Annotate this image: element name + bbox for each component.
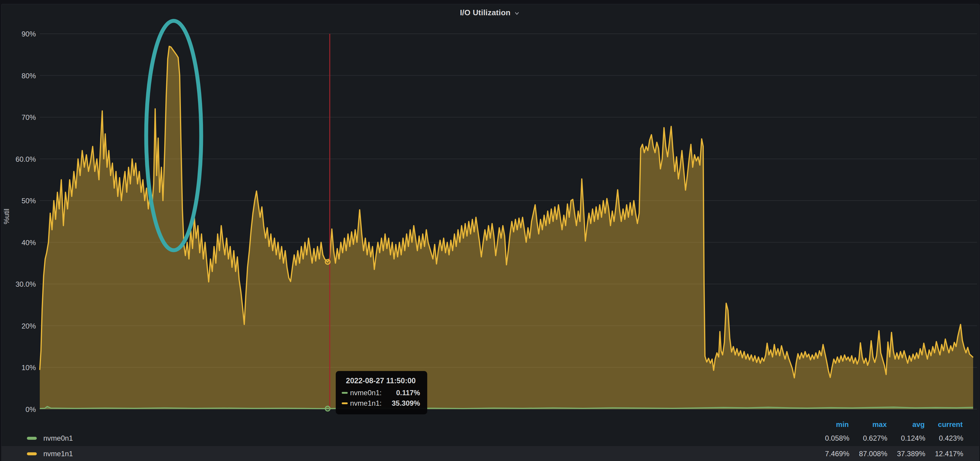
y-axis-tick-label: 60.0% xyxy=(16,155,36,163)
stat-min: 0.058% xyxy=(811,434,850,442)
stat-current: 12.417% xyxy=(925,450,963,458)
legend-row-nvme0n1[interactable]: nvme0n1 0.058% 0.627% 0.124% 0.423% xyxy=(1,431,979,446)
stat-current: 0.423% xyxy=(925,434,963,442)
legend-header-min[interactable]: min xyxy=(811,419,849,430)
tooltip-timestamp: 2022-08-27 11:50:00 xyxy=(346,377,420,385)
time-series-plot[interactable]: 90%80%70%60.0%50%40%30.0%20%10%0%%util xyxy=(0,0,980,461)
y-axis-tick-label: 40% xyxy=(22,238,36,246)
legend-header-current[interactable]: current xyxy=(925,419,963,430)
tooltip-series-name: nvme1n1: xyxy=(350,399,382,407)
legend-stat-headers: min max avg current xyxy=(811,419,963,430)
y-axis-tick-label: 10% xyxy=(22,364,36,372)
series-color-swatch xyxy=(27,437,37,440)
legend-row-nvme1n1[interactable]: nvme1n1 7.469% 87.008% 37.389% 12.417% xyxy=(1,446,979,461)
legend-header-avg[interactable]: avg xyxy=(887,419,925,430)
hover-marker-nvme0n1 xyxy=(325,406,330,411)
stat-max: 87.008% xyxy=(850,450,887,458)
tooltip-series-value: 35.309% xyxy=(391,399,420,407)
y-axis-tick-label: 80% xyxy=(22,72,36,80)
tooltip-series-value: 0.117% xyxy=(396,389,420,397)
stat-avg: 0.124% xyxy=(887,434,925,442)
legend-header-max[interactable]: max xyxy=(849,419,887,430)
series-name[interactable]: nvme0n1 xyxy=(43,434,73,442)
legend-stats: 0.058% 0.627% 0.124% 0.423% xyxy=(811,434,963,442)
y-axis-tick-label: 90% xyxy=(22,30,36,38)
stat-max: 0.627% xyxy=(850,434,887,442)
hover-marker-nvme1n1 xyxy=(325,259,330,264)
y-axis-tick-label: 30.0% xyxy=(16,280,36,288)
series-name[interactable]: nvme1n1 xyxy=(43,450,73,458)
y-axis-tick-label: 50% xyxy=(22,197,36,205)
y-axis-title: %util xyxy=(2,209,11,224)
hover-tooltip: 2022-08-27 11:50:00 nvme0n1: 0.117% nvme… xyxy=(336,371,427,414)
series-color-swatch xyxy=(342,402,348,404)
stat-avg: 37.389% xyxy=(887,450,925,458)
y-axis-tick-label: 20% xyxy=(22,322,36,330)
tooltip-row-nvme0n1: nvme0n1: 0.117% xyxy=(342,389,420,397)
series-color-swatch xyxy=(342,392,348,394)
y-axis-tick-label: 70% xyxy=(22,113,36,121)
y-axis-tick-label: 0% xyxy=(25,405,36,413)
series-color-swatch xyxy=(27,452,37,455)
stat-min: 7.469% xyxy=(811,450,850,458)
tooltip-row-nvme1n1: nvme1n1: 35.309% xyxy=(342,399,420,407)
tooltip-series-name: nvme0n1: xyxy=(350,389,382,397)
legend-stats: 7.469% 87.008% 37.389% 12.417% xyxy=(811,450,963,458)
